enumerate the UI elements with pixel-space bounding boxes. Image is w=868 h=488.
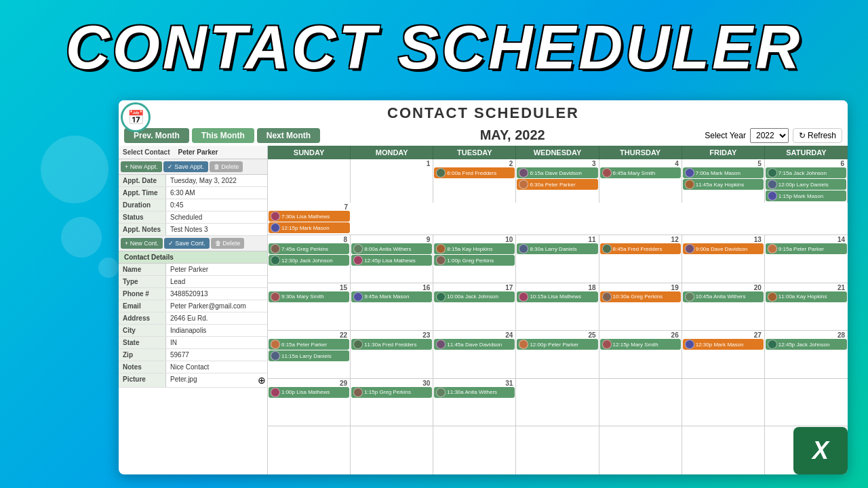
email-label: Email [119,300,166,312]
appt-text: 10:00a Jack Johnson [447,293,498,300]
cal-cell-3-4[interactable]: 2612:15p Mary Smith [599,331,682,378]
cal-cell-3-6[interactable]: 2812:45p Jack Johnson [765,331,848,378]
cal-cell-1-5[interactable]: 139:00a Dave Davidson [682,235,765,283]
cal-cell-4-0[interactable]: 291:00p Lisa Mathews [268,379,351,426]
cal-cell-4-5[interactable] [682,379,765,426]
cal-cell-2-5[interactable]: 2010:45a Anita Withers [682,283,765,331]
appointment[interactable]: 11:45a Dave Davidson [434,339,515,350]
appointment[interactable]: 10:00a Jack Johnson [434,291,515,302]
cal-cell-5-3[interactable] [516,426,599,474]
cal-cell-5-2[interactable] [433,426,516,474]
cal-cell-4-6[interactable] [765,379,848,426]
appointment[interactable]: 9:15a Peter Parker [766,243,847,254]
cal-cell-0-7[interactable]: 77:30a Lisa Mathews12:15p Mark Mason [268,203,351,235]
appointment[interactable]: 11:00a Kay Hopkins [766,291,847,302]
refresh-button[interactable]: ↻ Refresh [793,128,842,143]
appointment[interactable]: 1:15p Greg Perkins [351,387,432,398]
appointment[interactable]: 6:15a Peter Parker [269,339,349,350]
appointment[interactable]: 11:30a Anita Withers [434,387,515,398]
appointment[interactable]: 12:00p Larry Daniels [766,179,846,190]
cal-cell-5-4[interactable] [599,426,682,474]
cal-cell-2-1[interactable]: 169:45a Mark Mason [351,283,433,331]
appointment[interactable]: 10:15a Lisa Mathews [517,291,597,302]
cal-cell-1-0[interactable]: 87:45a Greg Perkins12:30p Jack Johnson [268,235,351,283]
cal-cell-1-6[interactable]: 149:15a Peter Parker [765,235,848,283]
cal-cell-1-1[interactable]: 98:00a Anita Withers12:45p Lisa Mathews [351,235,433,283]
appointment[interactable]: 7:15a Jack Johnson [766,167,846,178]
cal-cell-4-4[interactable] [599,379,682,426]
appointment[interactable]: 10:30a Greg Perkins [600,291,681,302]
cal-cell-2-3[interactable]: 1810:15a Lisa Mathews [516,283,599,331]
cal-cell-0-2[interactable]: 26:00a Fred Fredders [433,159,516,203]
appointment[interactable]: 9:30a Mary Smith [269,291,349,302]
day-number: 1 [351,160,432,167]
appointment[interactable]: 10:45a Anita Withers [683,291,764,302]
delete-appt-button[interactable]: 🗑 Delete [210,161,243,172]
appt-avatar [685,168,694,178]
new-cont-button[interactable]: + New Cont. [121,238,163,249]
appointment[interactable]: 9:00a Dave Davidson [683,243,764,254]
appointment[interactable]: 6:30a Peter Parker [517,179,597,190]
appointment[interactable]: 1:00p Lisa Mathews [269,387,349,398]
cal-cell-0-0[interactable] [268,159,351,203]
appt-avatar [353,388,363,397]
appointment[interactable]: 6:45a Mary Smith [600,167,681,178]
new-appt-button[interactable]: + New Appt. [121,161,162,172]
appointment[interactable]: 8:15a Kay Hopkins [434,243,515,254]
cal-cell-3-5[interactable]: 2712:30p Mark Mason [682,331,765,378]
cal-cell-4-2[interactable]: 3111:30a Anita Withers [433,379,516,426]
appointment[interactable]: 1:15p Mark Mason [766,190,846,201]
cal-cell-5-1[interactable] [351,426,433,474]
cal-cell-4-1[interactable]: 301:15p Greg Perkins [351,379,433,426]
appointment[interactable]: 12:30p Jack Johnson [269,255,349,266]
cal-cell-2-4[interactable]: 1910:30a Greg Perkins [599,283,682,331]
appointment[interactable]: 8:00a Anita Withers [351,243,432,254]
appointment[interactable]: 12:30p Mark Mason [683,339,764,350]
year-select[interactable]: 2022 2023 [750,128,789,143]
delete-cont-button[interactable]: 🗑 Delete [211,238,245,249]
appointment[interactable]: 8:30a Larry Daniels [517,243,597,254]
appointment[interactable]: 11:15a Larry Daniels [269,350,349,361]
cal-cell-0-1[interactable]: 1 [351,159,433,203]
appointment[interactable]: 7:45a Greg Perkins [269,243,349,254]
appointment[interactable]: 7:00a Mark Mason [683,167,764,178]
appointment[interactable]: 12:15p Mary Smith [600,339,681,350]
cal-cell-1-4[interactable]: 128:45a Fred Fredders [599,235,682,283]
cal-cell-5-5[interactable] [682,426,765,474]
appointment[interactable]: 7:30a Lisa Mathews [269,211,350,222]
picture-add-icon[interactable]: ⊕ [256,373,267,387]
appointment[interactable]: 11:45a Kay Hopkins [683,179,764,190]
cal-cell-3-2[interactable]: 2411:45a Dave Davidson [433,331,516,378]
save-cont-button[interactable]: ✓ Save Cont. [164,238,210,249]
cal-cell-2-0[interactable]: 159:30a Mary Smith [268,283,351,331]
day-number: 29 [269,380,349,387]
cal-cell-0-6[interactable]: 67:15a Jack Johnson12:00p Larry Daniels1… [765,159,848,203]
cal-cell-0-3[interactable]: 36:15a Dave Davidson6:30a Peter Parker [516,159,599,203]
appointment[interactable]: 11:30a Fred Fredders [351,339,432,350]
appointment[interactable]: 6:00a Fred Fredders [434,167,515,178]
appointment[interactable]: 1:00p Greg Perkins [434,255,515,266]
appointment[interactable]: 12:45p Lisa Mathews [351,255,432,266]
save-appt-button[interactable]: ✓ Save Appt. [163,161,208,172]
cal-cell-0-5[interactable]: 57:00a Mark Mason11:45a Kay Hopkins [682,159,765,203]
cal-cell-5-0[interactable] [268,426,351,474]
cal-cell-2-6[interactable]: 2111:00a Kay Hopkins [765,283,848,331]
cal-cell-1-2[interactable]: 108:15a Kay Hopkins1:00p Greg Perkins [433,235,516,283]
appointment[interactable]: 12:15p Mark Mason [269,222,350,233]
cal-cell-4-3[interactable] [516,379,599,426]
appointment[interactable]: 6:15a Dave Davidson [517,167,597,178]
cal-cell-3-1[interactable]: 2311:30a Fred Fredders [351,331,433,378]
cal-cell-3-3[interactable]: 2512:00p Peter Parker [516,331,599,378]
cal-cell-3-0[interactable]: 226:15a Peter Parker11:15a Larry Daniels [268,331,351,378]
appointment[interactable]: 12:00p Peter Parker [517,339,597,350]
cal-cell-2-2[interactable]: 1710:00a Jack Johnson [433,283,516,331]
contact-state-row: State IN [119,337,267,349]
next-month-button[interactable]: Next Month [257,128,320,143]
contact-name-row: Name Peter Parker [119,264,267,276]
this-month-button[interactable]: This Month [192,128,254,143]
appointment[interactable]: 8:45a Fred Fredders [600,243,681,254]
cal-cell-0-4[interactable]: 46:45a Mary Smith [599,159,682,203]
appointment[interactable]: 12:45p Jack Johnson [766,339,847,350]
cal-cell-1-3[interactable]: 118:30a Larry Daniels [516,235,599,283]
appointment[interactable]: 9:45a Mark Mason [351,291,432,302]
